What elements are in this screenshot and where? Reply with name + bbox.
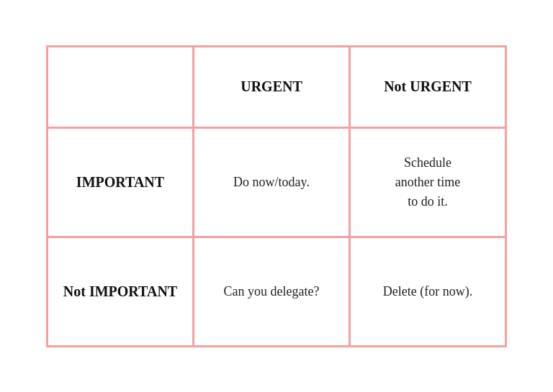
cell-header-urgent: URGENT [194, 47, 349, 127]
cell-row-header-important: IMPORTANT [48, 129, 192, 236]
cell-not-important-urgent: Can you delegate? [194, 238, 349, 345]
cell-row-header-not-important: Not IMPORTANT [48, 238, 192, 345]
cell-important-urgent: Do now/today. [194, 129, 349, 236]
cell-important-not-urgent: Scheduleanother timeto do it. [351, 129, 505, 236]
cell-header-not-urgent: Not URGENT [351, 47, 505, 127]
cell-top-left [48, 47, 192, 127]
cell-not-important-not-urgent: Delete (for now). [351, 238, 505, 345]
eisenhower-matrix: URGENT Not URGENT IMPORTANT Do now/today… [46, 45, 507, 347]
